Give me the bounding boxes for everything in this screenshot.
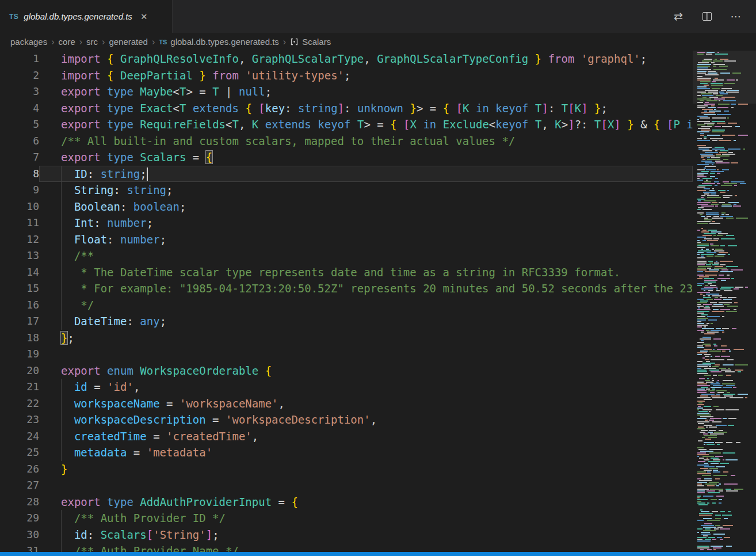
minimap-line [726, 92, 739, 93]
code-token: [ [147, 528, 153, 541]
line-number[interactable]: 20 [0, 363, 39, 379]
code-line[interactable]: 18}; [0, 330, 693, 346]
breadcrumb-item-generated[interactable]: generated [109, 37, 148, 47]
code-line[interactable]: 17 DateTime: any; [0, 313, 693, 330]
tab-global-db-types[interactable]: TS global.db.types.generated.ts × [0, 0, 173, 33]
minimap-line [716, 162, 730, 163]
line-number[interactable]: 15 [0, 280, 39, 297]
code-line[interactable]: 14 * The DateTime scalar type represents… [0, 264, 693, 281]
minimap-line [718, 104, 730, 105]
minimap-line [705, 539, 711, 540]
code-line[interactable]: 5export type RequireFields<T, K extends … [0, 116, 693, 133]
breadcrumb-item-file[interactable]: TS global.db.types.generated.ts [159, 37, 279, 47]
minimap-line [697, 64, 711, 65]
minimap-line [714, 432, 727, 433]
line-number[interactable]: 21 [0, 379, 39, 395]
code-line[interactable]: 4export type Exact<T extends { [key: str… [0, 100, 693, 117]
code-line-content: ID: string; [39, 166, 693, 182]
line-number[interactable]: 11 [0, 215, 39, 231]
line-number[interactable]: 17 [0, 313, 39, 330]
close-tab-icon[interactable]: × [141, 11, 147, 22]
line-number[interactable]: 13 [0, 247, 39, 264]
line-number[interactable]: 25 [0, 444, 39, 461]
code-line[interactable]: 8 ID: string; [0, 166, 693, 182]
line-number[interactable]: 6 [0, 133, 39, 150]
line-number[interactable]: 28 [0, 494, 39, 511]
code-line[interactable]: 25 metadata = 'metadata' [0, 444, 693, 461]
line-number[interactable]: 31 [0, 543, 39, 552]
code-line[interactable]: 29 /** Auth Provider ID */ [0, 510, 693, 527]
line-number[interactable]: 26 [0, 461, 39, 478]
compare-changes-icon[interactable]: ⇄ [672, 10, 685, 23]
code-line[interactable]: 28export type AddAuthProviderInput = { [0, 494, 693, 511]
code-token: T [535, 102, 541, 115]
code-line-content: export type Scalars = { [39, 149, 693, 166]
minimap-line [707, 323, 709, 324]
breadcrumb-item-core[interactable]: core [59, 37, 75, 47]
line-number[interactable]: 7 [0, 149, 39, 166]
more-actions-icon[interactable]: ⋯ [730, 10, 742, 23]
minimap-line [699, 378, 705, 379]
line-number[interactable]: 14 [0, 264, 39, 281]
code-line[interactable]: 21 id = 'id', [0, 379, 693, 395]
code-line[interactable]: 27 [0, 477, 693, 494]
line-number[interactable]: 19 [0, 346, 39, 363]
minimap-line [711, 323, 713, 324]
line-number[interactable]: 24 [0, 428, 39, 445]
code-token: Int [74, 216, 94, 229]
breadcrumb-item-src[interactable]: src [86, 37, 98, 47]
minimap[interactable] [693, 51, 756, 552]
line-number[interactable]: 22 [0, 395, 39, 412]
line-number[interactable]: 5 [0, 116, 39, 133]
split-editor-icon[interactable] [701, 10, 713, 23]
code-line[interactable]: 23 workspaceDescription = 'workspaceDesc… [0, 412, 693, 428]
minimap-line [715, 59, 717, 60]
code-token: key [265, 102, 285, 115]
code-line[interactable]: 13 /** [0, 247, 693, 264]
line-number[interactable]: 23 [0, 412, 39, 428]
minimap-line [728, 425, 734, 426]
line-number[interactable]: 9 [0, 182, 39, 199]
code-line[interactable]: 12 Float: number; [0, 231, 693, 248]
code-line[interactable]: 15 * For example: "1985-04-12T23:20:50.5… [0, 280, 693, 297]
minimap-line [726, 218, 734, 219]
code-line[interactable]: 30 id: Scalars['String']; [0, 527, 693, 543]
code-line[interactable]: 11 Int: number; [0, 215, 693, 231]
code-line[interactable]: 24 createdTime = 'createdTime', [0, 428, 693, 445]
code-line[interactable]: 20export enum WorkspaceOrderable { [0, 363, 693, 379]
minimap-line [731, 475, 735, 476]
line-number[interactable]: 10 [0, 199, 39, 215]
code-line[interactable]: 19 [0, 346, 693, 363]
breadcrumb-item-symbol[interactable]: Scalars [290, 37, 331, 47]
code-line[interactable]: 9 String: string; [0, 182, 693, 199]
code-line[interactable]: 31 /** Auth Provider Name */ [0, 543, 693, 552]
minimap-line [734, 309, 736, 310]
breadcrumb-item-packages[interactable]: packages [10, 37, 47, 47]
code-line[interactable]: 22 workspaceName = 'workspaceName', [0, 395, 693, 412]
code-editor[interactable]: 1import { GraphQLResolveInfo, GraphQLSca… [0, 51, 693, 552]
minimap-line [711, 62, 715, 63]
line-number[interactable]: 4 [0, 100, 39, 117]
line-number[interactable]: 8 [0, 166, 39, 182]
line-number[interactable]: 16 [0, 297, 39, 314]
line-number[interactable]: 30 [0, 527, 39, 543]
line-number[interactable]: 3 [0, 83, 39, 100]
line-number[interactable]: 27 [0, 477, 39, 494]
line-number[interactable]: 18 [0, 330, 39, 346]
code-line[interactable]: 6/** All built-in and custom scalars, ma… [0, 133, 693, 150]
code-line[interactable]: 7export type Scalars = { [0, 149, 693, 166]
code-line[interactable]: 16 */ [0, 297, 693, 314]
line-number[interactable]: 2 [0, 67, 39, 84]
code-line[interactable]: 2import { DeepPartial } from 'utility-ty… [0, 67, 693, 84]
minimap-line [698, 62, 709, 63]
line-number[interactable]: 12 [0, 231, 39, 248]
code-line[interactable]: 1import { GraphQLResolveInfo, GraphQLSca… [0, 51, 693, 67]
minimap-line [709, 190, 715, 191]
minimap-line [702, 337, 711, 338]
code-line[interactable]: 26} [0, 461, 693, 478]
code-line[interactable]: 3export type Maybe<T> = T | null; [0, 83, 693, 100]
code-line[interactable]: 10 Boolean: boolean; [0, 199, 693, 215]
line-number[interactable]: 29 [0, 510, 39, 527]
code-line-content: export enum WorkspaceOrderable { [39, 363, 693, 379]
line-number[interactable]: 1 [0, 51, 39, 67]
